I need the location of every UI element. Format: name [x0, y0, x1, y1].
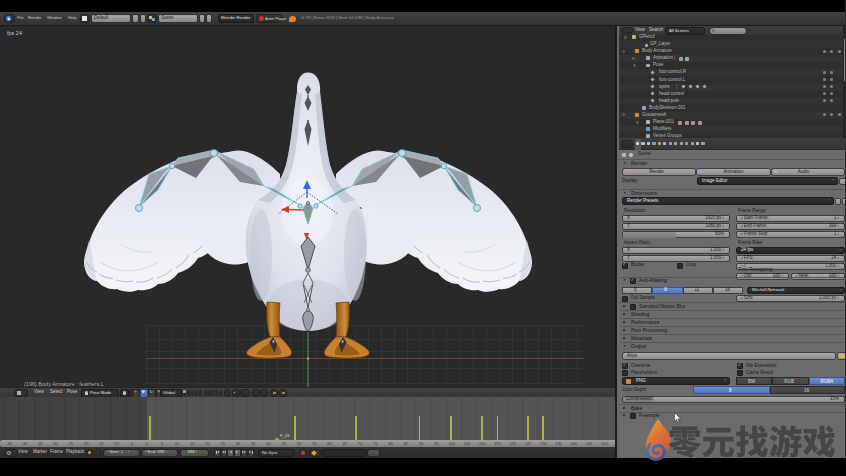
svg-text:(196) Body Armature : feathers: (196) Body Armature : feathers.L [24, 381, 104, 387]
svg-text:fps 24: fps 24 [7, 30, 22, 36]
